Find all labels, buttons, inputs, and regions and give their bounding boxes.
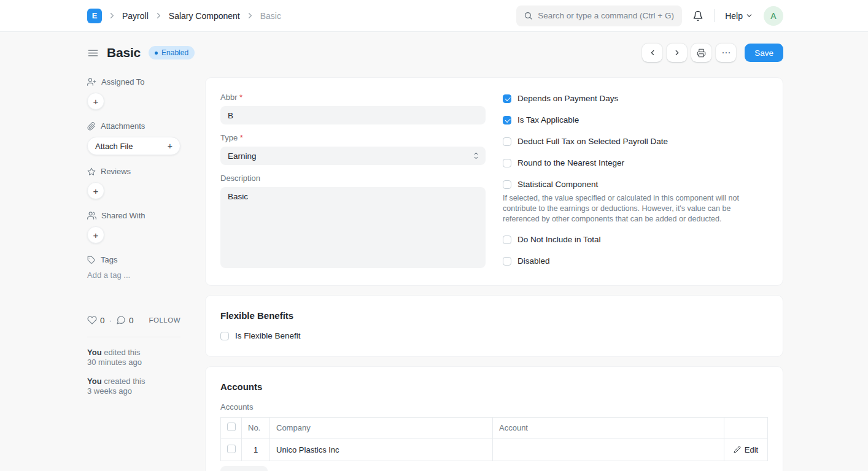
- deduct-full-tax-checkbox[interactable]: [503, 137, 511, 146]
- edited-action: edited this: [104, 348, 140, 357]
- abbr-label: Abbr *: [220, 93, 486, 102]
- is-flexible-benefit-label: Is Flexible Benefit: [235, 331, 301, 340]
- edited-who: You: [87, 348, 102, 357]
- comment-count: 0: [129, 316, 134, 325]
- page-title: Basic: [107, 45, 141, 60]
- column-header-no: No.: [242, 418, 270, 438]
- edit-label: Edit: [745, 445, 758, 454]
- chevron-right-icon: [246, 11, 255, 20]
- add-assignment-button[interactable]: +: [87, 93, 104, 110]
- flexible-benefits-section: Flexible Benefits Is Flexible Benefit: [205, 295, 783, 357]
- row-checkbox[interactable]: [227, 445, 236, 453]
- add-row-button[interactable]: Add Row: [220, 466, 268, 471]
- page-header: Basic Enabled ⋯ Sa: [0, 43, 868, 63]
- abbr-field[interactable]: [220, 106, 486, 124]
- type-select-value: Earning: [228, 151, 257, 161]
- column-header-company: Company: [270, 418, 493, 438]
- sidebar-toggle[interactable]: [87, 47, 99, 59]
- tags-label: Tags: [101, 255, 117, 264]
- notifications-button[interactable]: [692, 10, 703, 21]
- like-button[interactable]: [87, 315, 97, 325]
- depends-on-payment-days-label: Depends on Payment Days: [517, 94, 618, 103]
- global-search[interactable]: [516, 6, 682, 26]
- like-count: 0: [100, 316, 105, 325]
- prev-document-button[interactable]: [642, 44, 662, 62]
- edit-row-button[interactable]: Edit: [724, 445, 767, 454]
- edited-when: 30 minutes ago: [87, 358, 142, 367]
- is-flexible-benefit-checkbox[interactable]: [220, 332, 229, 340]
- column-header-account: Account: [493, 418, 724, 438]
- disabled-checkbox[interactable]: [503, 257, 511, 266]
- is-tax-applicable-checkbox[interactable]: [503, 116, 511, 124]
- follow-button[interactable]: FOLLOW: [149, 316, 180, 324]
- table-row: 1 Unico Plastics Inc Edit: [221, 438, 768, 461]
- statistical-component-checkbox[interactable]: [503, 180, 511, 189]
- column-header-actions: [724, 418, 768, 438]
- save-button[interactable]: Save: [745, 44, 783, 62]
- user-plus-icon: [87, 77, 96, 86]
- paperclip-icon: [87, 122, 96, 131]
- chevron-right-icon: [154, 11, 163, 20]
- statistical-component-label: Statistical Component: [517, 180, 598, 189]
- breadcrumb-salary-component[interactable]: Salary Component: [169, 11, 240, 21]
- print-button[interactable]: [691, 44, 711, 62]
- shared-with-label: Shared With: [101, 211, 145, 220]
- details-section: Abbr * Type * Earning: [205, 77, 783, 286]
- search-input[interactable]: [538, 11, 675, 20]
- dot-separator: ·: [109, 316, 112, 325]
- status-dot-icon: [155, 52, 158, 55]
- type-select[interactable]: Earning: [220, 147, 486, 165]
- bell-icon: [692, 10, 703, 21]
- table-header-row: No. Company Account: [221, 418, 768, 438]
- social-row: 0 · 0 FOLLOW: [87, 315, 180, 325]
- menu-button[interactable]: ⋯: [716, 44, 736, 62]
- sidebar-divider: [87, 337, 180, 337]
- attachments-label: Attachments: [101, 121, 145, 131]
- do-not-include-in-total-checkbox[interactable]: [503, 236, 511, 244]
- description-field[interactable]: Basic: [220, 187, 486, 268]
- round-nearest-integer-label: Round to the Nearest Integer: [517, 158, 624, 167]
- deduct-full-tax-label: Deduct Full Tax on Selected Payroll Date: [517, 137, 668, 146]
- document-sidebar: Assigned To + Attachments Attach File +: [87, 77, 180, 405]
- attach-file-button[interactable]: Attach File +: [87, 137, 180, 155]
- created-who: You: [87, 377, 102, 386]
- navbar-divider: [714, 9, 715, 22]
- users-icon: [87, 211, 96, 220]
- accounts-table: No. Company Account 1 Unico Plastics Inc: [220, 417, 768, 461]
- breadcrumb: E Payroll Salary Component Basic: [87, 9, 281, 23]
- round-nearest-integer-checkbox[interactable]: [503, 159, 511, 167]
- depends-on-payment-days-checkbox[interactable]: [503, 94, 511, 103]
- navbar-actions: Help A: [516, 6, 783, 26]
- chevron-right-icon: [673, 48, 681, 57]
- plus-icon: +: [168, 141, 172, 151]
- add-tag-input[interactable]: Add a tag ...: [87, 270, 180, 280]
- is-tax-applicable-label: Is Tax Applicable: [517, 115, 579, 124]
- disabled-label: Disabled: [517, 256, 550, 266]
- help-menu[interactable]: Help: [725, 11, 753, 21]
- reviews-label: Reviews: [101, 167, 131, 176]
- flexible-benefits-title: Flexible Benefits: [220, 310, 768, 321]
- comments-button[interactable]: [116, 315, 126, 325]
- status-badge: Enabled: [149, 46, 195, 59]
- accounts-section: Accounts Accounts No. Company Account: [205, 366, 783, 471]
- statistical-component-help: If selected, the value specified or calc…: [503, 193, 768, 224]
- tag-icon: [87, 256, 96, 264]
- chevron-left-icon: [648, 48, 657, 57]
- add-share-button[interactable]: +: [87, 226, 104, 243]
- account-cell[interactable]: [493, 438, 724, 461]
- status-badge-label: Enabled: [161, 48, 188, 57]
- select-all-checkbox[interactable]: [227, 423, 236, 431]
- breadcrumb-payroll[interactable]: Payroll: [122, 11, 149, 21]
- heart-icon: [87, 315, 97, 325]
- next-document-button[interactable]: [667, 44, 687, 62]
- chevron-right-icon: [107, 11, 117, 20]
- add-review-button[interactable]: +: [87, 182, 104, 199]
- star-icon: [87, 167, 96, 176]
- description-label: Description: [220, 174, 486, 183]
- type-label: Type *: [220, 133, 486, 142]
- app-logo-icon[interactable]: E: [87, 9, 102, 23]
- printer-icon: [697, 48, 706, 58]
- avatar[interactable]: A: [764, 6, 783, 26]
- company-cell[interactable]: Unico Plastics Inc: [270, 438, 493, 461]
- attach-file-label: Attach File: [95, 142, 133, 151]
